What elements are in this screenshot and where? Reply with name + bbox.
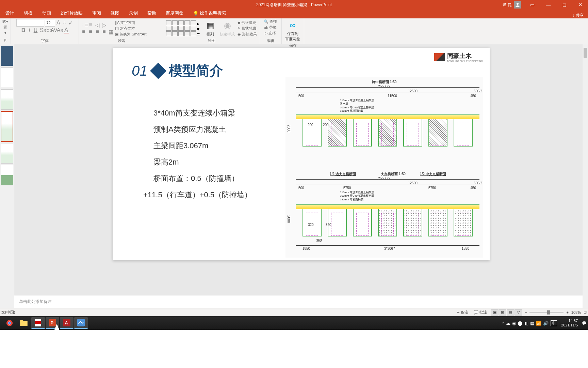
char-spacing-button[interactable]: AV [51, 27, 57, 33]
user-account[interactable]: 谭 昆 [503, 1, 521, 9]
tab-help[interactable]: 帮助 [143, 9, 161, 18]
slide-canvas[interactable]: 同豪土木 TONGHAO CIVIL ENGINEERING 01 模型简介 3… [14, 44, 588, 295]
tray-icon[interactable]: ◧ [524, 321, 528, 326]
tray-network-icon[interactable]: 📶 [536, 321, 541, 326]
slide-thumbnail[interactable] [1, 111, 13, 142]
notifications-button[interactable]: 💬 [582, 321, 587, 325]
strikethrough-button[interactable]: abc [45, 27, 51, 33]
slideshow-view-button[interactable]: ▽ [514, 309, 522, 316]
shape-effects-button[interactable]: ◉ 形状效果 [238, 32, 257, 37]
shape-outline-button[interactable]: ✎ 形状轮廓 [238, 26, 257, 31]
zoom-slider[interactable] [529, 312, 564, 313]
font-color-button[interactable]: A [64, 27, 69, 33]
vertical-scrollbar[interactable] [583, 44, 588, 308]
main-area: 同豪土木 TONGHAO CIVIL ENGINEERING 01 模型简介 3… [0, 44, 588, 308]
company-logo: 同豪土木 TONGHAO CIVIL ENGINEERING [434, 52, 483, 62]
decrease-indent-button[interactable]: ◁ [95, 22, 100, 28]
shape-fill-button[interactable]: ◆ 形状填充 [238, 20, 257, 25]
grow-font-icon[interactable]: A [56, 20, 61, 26]
normal-view-button[interactable]: ▣ [491, 309, 499, 316]
close-button[interactable]: ✕ [573, 0, 588, 10]
tell-me-search[interactable]: 💡 操作说明搜索 [188, 9, 231, 18]
find-button[interactable]: 🔍 查找 [264, 19, 277, 24]
tray-icon[interactable]: ◉ [512, 321, 516, 326]
svg-point-0 [517, 3, 519, 5]
justify-button[interactable]: ≡ [101, 29, 107, 35]
tab-record[interactable]: 录制 [124, 9, 143, 18]
clear-format-icon[interactable]: ✓ [68, 20, 74, 26]
slide-body-text: 3*40m简支变连续小箱梁 预制A类预应力混凝土 主梁间距3.067m 梁高2m… [153, 106, 252, 204]
ribbon-display-options[interactable]: ▭ [525, 0, 540, 10]
font-family-combo[interactable] [16, 19, 44, 27]
tab-animations[interactable]: 动画 [37, 9, 56, 18]
shapes-gallery[interactable]: ▸ ▾ = [166, 20, 202, 36]
increase-indent-button[interactable]: ▷ [101, 22, 107, 28]
svg-rect-12 [77, 319, 85, 326]
arrange-button[interactable]: ▦ 排列 [203, 19, 217, 37]
replace-button[interactable]: ab 替换 [264, 25, 277, 30]
tray-icon[interactable]: ▦ [530, 321, 534, 326]
reading-view-button[interactable]: ▤ [507, 309, 514, 316]
tab-slideshow[interactable]: 幻灯片放映 [56, 9, 87, 18]
tab-transitions[interactable]: 切换 [19, 9, 37, 18]
select-button[interactable]: ▷ 选择 [265, 31, 276, 36]
numbering-button[interactable]: ≡ [88, 22, 93, 28]
ribbon: 式▾ 置 ▾ 片 A A ✓ B I U S abc AV Aa A [0, 18, 588, 44]
slide-thumbnail[interactable] [1, 143, 13, 164]
italic-button[interactable]: I [27, 27, 32, 33]
tab-baidu[interactable]: 百度网盘 [161, 9, 188, 18]
zoom-level[interactable]: 108% [571, 310, 581, 315]
status-language[interactable]: 文(中国) [1, 310, 455, 315]
save-baidu-button[interactable]: ∞ 保存到 百度网盘 [284, 19, 301, 42]
notes-toggle[interactable]: ≐ 备注 [455, 309, 470, 316]
reset-button[interactable]: 置 [3, 25, 7, 30]
convert-smartart-button[interactable]: ▣ 转换为 SmartArt [115, 32, 146, 37]
font-size-combo[interactable] [45, 19, 55, 27]
quick-styles-button[interactable]: ◉ 快速样式 [218, 19, 236, 37]
format-button[interactable]: 式▾ [2, 19, 8, 24]
tab-review[interactable]: 审阅 [87, 9, 106, 18]
shrink-font-icon[interactable]: A [62, 20, 67, 26]
tray-up-icon[interactable]: ^ [502, 321, 504, 326]
section-button[interactable]: ▾ [4, 31, 6, 35]
sorter-view-button[interactable]: ⊞ [499, 309, 506, 316]
share-button[interactable]: ⇪ 共享 [572, 13, 584, 18]
editing-group-label: 编辑 [261, 37, 279, 44]
tray-volume-icon[interactable]: 🔊 [543, 321, 549, 326]
slide-thumbnail[interactable] [1, 89, 13, 110]
slide[interactable]: 同豪土木 TONGHAO CIVIL ENGINEERING 01 模型简介 3… [113, 48, 490, 260]
taskbar-explorer[interactable] [17, 317, 31, 329]
system-clock[interactable]: 14:37 2021/11/5 [559, 319, 580, 327]
align-text-button[interactable]: [‡] 对齐文本 [115, 26, 146, 31]
taskbar-app[interactable] [74, 317, 88, 329]
align-center-button[interactable]: ≡ [88, 29, 93, 35]
align-left-button[interactable]: ≡ [81, 29, 86, 35]
slide-thumbnail[interactable] [1, 67, 13, 88]
ime-indicator[interactable]: 中 [551, 320, 557, 326]
text-direction-button[interactable]: ‖A 文字方向 [115, 20, 146, 25]
tab-design[interactable]: 设计 [1, 9, 19, 18]
bold-button[interactable]: B [21, 27, 26, 33]
align-right-button[interactable]: ≡ [95, 29, 100, 35]
slide-thumbnail[interactable] [1, 46, 13, 66]
fit-window-button[interactable]: ⊡ [584, 310, 587, 315]
underline-button[interactable]: U [33, 27, 38, 33]
notes-pane[interactable]: 单击此处添加备注 [14, 295, 588, 308]
taskbar-pdf[interactable] [31, 317, 45, 329]
taskbar-chrome[interactable] [3, 317, 16, 329]
change-case-button[interactable]: Aa [58, 27, 63, 33]
lightbulb-icon: 💡 [193, 11, 198, 16]
bullets-button[interactable]: ⋮≡ [81, 22, 86, 28]
svg-rect-5 [20, 320, 23, 322]
slide-thumbnail[interactable] [1, 165, 13, 185]
maximize-button[interactable]: ◻ [557, 0, 572, 10]
minimize-button[interactable]: — [541, 0, 556, 10]
tab-view[interactable]: 视图 [106, 9, 124, 18]
zoom-out-button[interactable]: − [525, 310, 527, 315]
tray-icon[interactable]: ⬤ [518, 321, 523, 326]
taskbar-autocad[interactable]: A [60, 317, 74, 329]
zoom-in-button[interactable]: + [566, 310, 568, 315]
tray-onedrive-icon[interactable]: ☁ [506, 321, 510, 326]
columns-button[interactable]: ▦ [108, 29, 114, 35]
comments-toggle[interactable]: 💬 批注 [472, 309, 488, 316]
